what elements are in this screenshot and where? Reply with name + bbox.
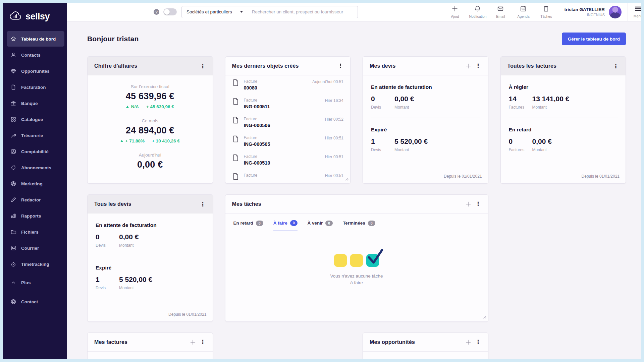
list-item[interactable]: Facture00080 Aujourd'hui 00:51 <box>225 75 351 94</box>
count-badge: 0 <box>290 220 298 226</box>
widget-my-quotes: Mes devis ⋮ En attente de facturation 0D… <box>363 56 488 184</box>
list-item[interactable]: Facture Hier 00:51 <box>225 169 351 184</box>
tab-a-faire[interactable]: À faire 0 <box>273 220 298 231</box>
count-badge: 0 <box>256 221 263 226</box>
widget-my-invoices-header: Mes factures ⋮ <box>88 333 213 352</box>
kebab-menu-icon[interactable]: ⋮ <box>335 61 345 71</box>
sidebar-item-tresorerie[interactable]: Trésorerie <box>7 128 64 143</box>
sidebar-item-fichiers[interactable]: Fichiers <box>7 224 64 240</box>
sidebar: sellsy Tableau de bord Contacts Opportun… <box>3 3 67 359</box>
list-item[interactable]: FactureING-000506 Hier 00:52 <box>225 113 351 132</box>
page-title: Bonjour tristan <box>87 35 139 43</box>
user-info: tristan GATELLIER INGENIUS <box>564 7 605 17</box>
notification-button[interactable]: Notification <box>466 5 489 18</box>
envelope-icon <box>497 5 504 13</box>
tasks-button[interactable]: Tâches <box>535 5 557 18</box>
sidebar-item-plus[interactable]: Plus <box>7 275 64 290</box>
sidebar-item-facturation[interactable]: Facturation <box>7 79 64 95</box>
document-icon <box>233 79 238 87</box>
kebab-menu-icon[interactable]: ⋮ <box>473 61 483 71</box>
email-button[interactable]: Email <box>489 5 512 18</box>
stat-section: En retard 0Factures 0,00 €Montant <box>501 118 626 152</box>
kebab-menu-icon[interactable]: ⋮ <box>198 337 208 347</box>
sidebar-item-abonnements[interactable]: Abonnements <box>7 160 64 175</box>
avatar[interactable] <box>609 6 622 18</box>
checkmark-icon <box>367 248 384 266</box>
accounting-icon <box>10 148 17 155</box>
renew-cycle-icon <box>10 164 17 171</box>
add-opportunity-icon[interactable] <box>463 337 473 347</box>
up-arrow-icon <box>120 140 123 142</box>
yellow-square-icon <box>334 254 347 267</box>
revenue-group-today: Aujourd'hui 0,00 € <box>137 153 163 170</box>
widget-revenue: Chiffre d'affaires ⋮ Sur l'exercice fisc… <box>87 56 213 184</box>
widget-grid: Chiffre d'affaires ⋮ Sur l'exercice fisc… <box>87 56 626 359</box>
sellsy-logo[interactable]: sellsy <box>3 3 67 31</box>
widget-all-quotes: Tous les devis ⋮ En attente de facturati… <box>87 194 213 322</box>
count-badge: 0 <box>368 221 375 226</box>
widget-title: Mes tâches <box>232 201 463 207</box>
kebab-menu-icon[interactable]: ⋮ <box>473 199 483 209</box>
tab-a-venir[interactable]: À venir 0 <box>308 220 333 231</box>
sidebar-item-timetracking[interactable]: Timetracking <box>7 256 64 272</box>
sidebar-item-contacts[interactable]: Contacts <box>7 47 64 63</box>
sellsy-cloud-icon <box>9 11 23 22</box>
sidebar-item-comptabilite[interactable]: Comptabilité <box>7 144 64 159</box>
sidebar-item-marketing[interactable]: Marketing <box>7 176 64 191</box>
search-scope-toggle[interactable] <box>163 8 177 15</box>
sidebar-item-contact[interactable]: Contact <box>7 294 64 309</box>
kebab-menu-icon[interactable]: ⋮ <box>611 61 621 71</box>
list-item[interactable]: FactureING-000510 Hier 00:51 <box>225 150 351 169</box>
revenue-group-fiscal: Sur l'exercice fiscal 45 639,96 € N/A + … <box>126 84 174 109</box>
global-search <box>247 6 358 18</box>
add-button[interactable]: Ajout <box>443 5 466 18</box>
home-icon <box>10 36 17 42</box>
kebab-menu-icon[interactable]: ⋮ <box>198 199 208 209</box>
widget-all-invoices: Toutes les factures ⋮ À régler 14Facture… <box>500 56 626 184</box>
add-invoice-icon[interactable] <box>188 337 198 347</box>
yellow-square-icon <box>350 254 363 267</box>
list-item[interactable]: FactureING-000505 Hier 00:51 <box>225 132 351 150</box>
trend-chart-icon <box>10 132 17 139</box>
user-menu[interactable]: tristan GATELLIER INGENIUS <box>564 6 622 18</box>
add-task-icon[interactable] <box>463 199 473 209</box>
list-item[interactable]: FactureING-000511 Hier 16:34 <box>225 94 351 113</box>
recent-objects-list: Facture00080 Aujourd'hui 00:51 FactureIN… <box>225 75 351 184</box>
catalog-grid-icon <box>10 116 17 123</box>
widget-all-quotes-header: Tous les devis ⋮ <box>88 195 213 214</box>
resize-handle-icon[interactable] <box>345 176 348 182</box>
widget-recent-objects-header: Mes derniers objets créés ⋮ <box>225 57 351 75</box>
widget-title: Toutes les factures <box>507 63 611 69</box>
search-type-select[interactable]: Sociétés et particuliers <box>181 6 247 18</box>
since-date: Depuis le 01/01/2021 <box>501 174 626 183</box>
resize-handle-icon[interactable] <box>483 314 486 320</box>
tab-en-retard[interactable]: En retard 0 <box>233 220 263 231</box>
sidebar-item-rapports[interactable]: Rapports <box>7 208 64 224</box>
widget-all-invoices-header: Toutes les factures ⋮ <box>501 57 626 75</box>
sidebar-item-opportunites[interactable]: Opportunités <box>7 63 64 79</box>
widget-title: Mes factures <box>94 339 188 345</box>
since-date: Depuis le 01/01/2021 <box>88 312 213 321</box>
sidebar-item-redactor[interactable]: Redactor <box>7 192 64 207</box>
help-icon[interactable]: ? <box>154 9 159 15</box>
sidebar-item-tableau-de-bord[interactable]: Tableau de bord <box>7 31 64 47</box>
chevron-up-icon <box>10 279 17 286</box>
kebab-menu-icon[interactable]: ⋮ <box>198 61 208 71</box>
revenue-body: Sur l'exercice fiscal 45 639,96 € N/A + … <box>88 75 213 170</box>
widget-title: Mes devis <box>370 63 463 69</box>
kebab-menu-icon[interactable]: ⋮ <box>473 337 483 347</box>
sidebar-item-banque[interactable]: Banque <box>7 96 64 111</box>
sidebar-item-courrier[interactable]: Courrier <box>7 240 64 256</box>
menu-button[interactable]: Menu <box>629 6 641 18</box>
widget-my-tasks: Mes tâches ⋮ En retard 0 À faire 0 <box>225 194 488 322</box>
agenda-button[interactable]: Agenda <box>512 5 535 18</box>
sellsy-app: sellsy Tableau de bord Contacts Opportun… <box>3 3 641 359</box>
sidebar-item-catalogue[interactable]: Catalogue <box>7 112 64 127</box>
teal-square-icon <box>366 254 379 267</box>
global-search-input[interactable] <box>252 9 353 14</box>
tab-terminees[interactable]: Terminées 0 <box>343 220 375 231</box>
stat-section: Expiré 1Devis 5 520,00 €Montant <box>88 256 213 290</box>
manage-dashboard-button[interactable]: Gérer le tableau de bord <box>562 33 626 45</box>
add-widget-item-icon[interactable] <box>463 61 473 71</box>
widget-revenue-header: Chiffre d'affaires ⋮ <box>88 57 213 75</box>
